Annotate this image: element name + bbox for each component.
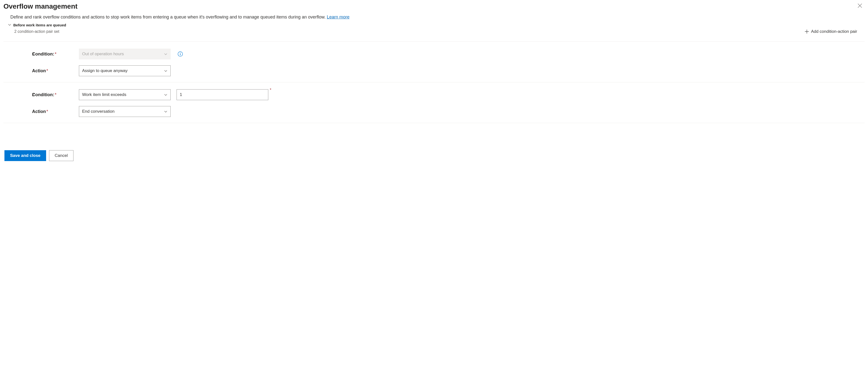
learn-more-link[interactable]: Learn more xyxy=(327,14,349,20)
required-indicator: * xyxy=(270,88,271,92)
page-title: Overflow management xyxy=(3,2,78,10)
limit-input[interactable] xyxy=(177,89,268,100)
action-select[interactable]: End conversation xyxy=(79,106,170,117)
close-button[interactable] xyxy=(855,2,865,10)
section-subtitle: 2 condition-action pair set xyxy=(14,29,59,34)
section-toggle[interactable] xyxy=(8,23,11,27)
info-icon xyxy=(178,51,183,57)
chevron-down-icon xyxy=(164,110,167,113)
cancel-button[interactable]: Cancel xyxy=(49,150,73,161)
condition-label: Condition:* xyxy=(32,92,79,97)
condition-select[interactable]: Work item limit exceeds xyxy=(79,89,170,100)
condition-select-value: Out of operation hours xyxy=(82,52,124,57)
svg-point-1 xyxy=(180,53,181,53)
condition-select: Out of operation hours xyxy=(79,49,170,59)
save-and-close-button[interactable]: Save and close xyxy=(4,150,46,161)
chevron-down-icon xyxy=(164,93,167,96)
rule-item: 1 Condition:* Out of operation hours Act… xyxy=(3,41,865,82)
page-description: Define and rank overflow conditions and … xyxy=(10,14,361,21)
chevron-down-icon xyxy=(8,23,11,26)
description-text: Define and rank overflow conditions and … xyxy=(10,14,327,20)
chevron-down-icon xyxy=(164,52,167,56)
condition-select-value: Work item limit exceeds xyxy=(82,92,126,97)
chevron-down-icon xyxy=(164,69,167,72)
action-select-value: Assign to queue anyway xyxy=(82,68,127,73)
close-icon xyxy=(858,3,862,8)
action-label: Action* xyxy=(32,109,79,114)
plus-icon xyxy=(805,29,809,34)
action-label: Action* xyxy=(32,68,79,73)
add-condition-action-button[interactable]: Add condition-action pair xyxy=(803,28,859,35)
condition-label: Condition:* xyxy=(32,52,79,57)
action-select[interactable]: Assign to queue anyway xyxy=(79,65,170,76)
rule-item: 2 Condition:* Work item limit exceeds * … xyxy=(3,82,865,123)
condition-info-button[interactable] xyxy=(170,51,183,57)
svg-rect-2 xyxy=(180,54,181,55)
section-title: Before work items are queued xyxy=(13,23,66,27)
add-condition-action-label: Add condition-action pair xyxy=(811,29,857,34)
action-select-value: End conversation xyxy=(82,109,115,114)
